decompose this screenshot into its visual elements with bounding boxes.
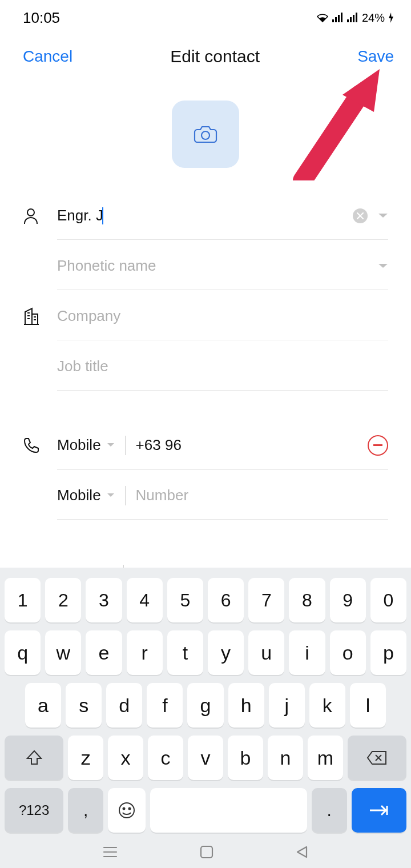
- svg-rect-2: [338, 15, 340, 22]
- page-title: Edit contact: [170, 47, 260, 66]
- key-r[interactable]: r: [127, 630, 163, 675]
- key-t[interactable]: t: [167, 630, 203, 675]
- nav-home-button[interactable]: [200, 845, 213, 861]
- photo-section: [0, 83, 411, 191]
- text-cursor: [102, 207, 103, 224]
- chevron-down-icon: [378, 212, 388, 219]
- name-input[interactable]: Engr. J: [57, 207, 103, 224]
- key-w[interactable]: w: [45, 630, 81, 675]
- phone1-row: Mobile +63 96: [23, 420, 388, 471]
- minus-icon: [373, 444, 382, 446]
- status-icons: 24%: [316, 11, 394, 25]
- key-q[interactable]: q: [5, 630, 41, 675]
- shift-key[interactable]: [5, 736, 63, 780]
- key-k[interactable]: k: [309, 683, 345, 728]
- arrow-right-icon: [368, 803, 390, 817]
- phonetic-input[interactable]: [57, 257, 388, 275]
- key-a[interactable]: a: [25, 683, 61, 728]
- key-u[interactable]: u: [248, 630, 284, 675]
- phone2-body: Mobile: [57, 472, 388, 520]
- clear-name-button[interactable]: [353, 208, 368, 223]
- status-bar: 10:05 24%: [0, 0, 411, 30]
- shift-icon: [26, 749, 43, 766]
- key-y[interactable]: y: [208, 630, 244, 675]
- phonetic-field-body: [57, 242, 388, 290]
- battery-percent: 24%: [362, 11, 385, 25]
- key-m[interactable]: m: [308, 736, 343, 780]
- key-z[interactable]: z: [68, 736, 103, 780]
- period-key[interactable]: .: [312, 788, 347, 833]
- key-5[interactable]: 5: [167, 578, 203, 622]
- key-g[interactable]: g: [187, 683, 223, 728]
- jobtitle-field-body: [57, 343, 388, 391]
- add-photo-button[interactable]: [172, 101, 239, 168]
- company-field-body: [57, 292, 388, 340]
- key-o[interactable]: o: [330, 630, 366, 675]
- kb-row-numbers: 1234567890: [5, 578, 406, 622]
- header: Cancel Edit contact Save: [0, 30, 411, 83]
- separator: [125, 436, 126, 455]
- key-2[interactable]: 2: [45, 578, 81, 622]
- key-i[interactable]: i: [289, 630, 325, 675]
- kb-row-asdf: asdfghjkl: [5, 683, 406, 728]
- key-0[interactable]: 0: [370, 578, 406, 622]
- key-x[interactable]: x: [108, 736, 143, 780]
- jobtitle-input[interactable]: [57, 357, 388, 375]
- svg-rect-4: [347, 19, 349, 22]
- symbols-key[interactable]: ?123: [5, 788, 63, 833]
- nav-back-button[interactable]: [296, 845, 308, 861]
- jobtitle-row: [23, 341, 388, 392]
- key-6[interactable]: 6: [208, 578, 244, 622]
- phone1-input[interactable]: +63 96: [136, 436, 368, 454]
- comma-key[interactable]: ,: [68, 788, 103, 833]
- key-p[interactable]: p: [370, 630, 406, 675]
- company-input[interactable]: [57, 307, 388, 325]
- cancel-button[interactable]: Cancel: [23, 47, 72, 66]
- svg-point-9: [27, 209, 34, 216]
- key-1[interactable]: 1: [5, 578, 41, 622]
- key-s[interactable]: s: [66, 683, 102, 728]
- company-row: [23, 291, 388, 341]
- person-icon: [23, 207, 57, 225]
- charging-icon: [388, 13, 394, 23]
- chevron-down-icon: [107, 493, 115, 499]
- phone2-type-selector[interactable]: Mobile: [57, 487, 125, 504]
- enter-key[interactable]: [352, 788, 406, 833]
- phone2-input[interactable]: [136, 487, 388, 504]
- key-8[interactable]: 8: [289, 578, 325, 622]
- emoji-key[interactable]: [108, 788, 145, 833]
- key-h[interactable]: h: [228, 683, 264, 728]
- remove-phone1-button[interactable]: [368, 435, 388, 456]
- key-v[interactable]: v: [188, 736, 223, 780]
- key-3[interactable]: 3: [86, 578, 122, 622]
- emoji-icon: [118, 801, 136, 819]
- name-field-body: Engr. J: [57, 192, 388, 240]
- signal-icon: [332, 13, 344, 23]
- key-7[interactable]: 7: [248, 578, 284, 622]
- space-key[interactable]: [150, 788, 307, 833]
- phone1-type-label: Mobile: [57, 436, 101, 454]
- menu-icon: [103, 846, 118, 858]
- phonetic-row: [23, 241, 388, 291]
- key-c[interactable]: c: [148, 736, 183, 780]
- key-l[interactable]: l: [350, 683, 386, 728]
- key-n[interactable]: n: [268, 736, 303, 780]
- key-j[interactable]: j: [269, 683, 305, 728]
- expand-name-button[interactable]: [378, 212, 388, 219]
- kb-row-bottom: ?123 , .: [5, 788, 406, 833]
- backspace-key[interactable]: [348, 736, 406, 780]
- nav-recent-button[interactable]: [103, 846, 118, 861]
- chevron-down-icon: [378, 263, 388, 270]
- save-button[interactable]: Save: [357, 47, 394, 66]
- svg-point-8: [202, 131, 209, 139]
- key-4[interactable]: 4: [127, 578, 163, 622]
- key-e[interactable]: e: [86, 630, 122, 675]
- key-9[interactable]: 9: [330, 578, 366, 622]
- kb-row-qwerty: qwertyuiop: [5, 630, 406, 675]
- key-b[interactable]: b: [228, 736, 263, 780]
- expand-phonetic-button[interactable]: [378, 263, 388, 270]
- status-time: 10:05: [23, 9, 60, 27]
- key-f[interactable]: f: [147, 683, 183, 728]
- key-d[interactable]: d: [106, 683, 142, 728]
- phone1-type-selector[interactable]: Mobile: [57, 436, 125, 454]
